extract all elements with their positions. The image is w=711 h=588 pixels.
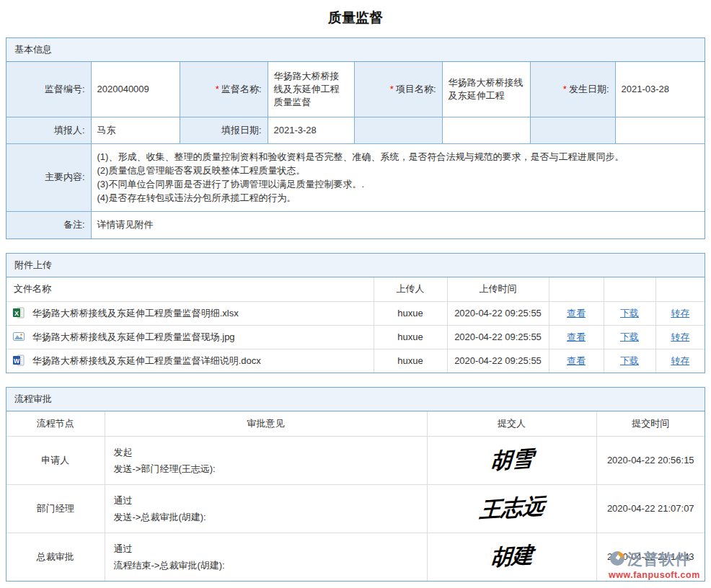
upload-time-cell: 2020-04-22 09:25:55 [447,301,549,325]
remark-label-text: 备注: [63,219,85,230]
file-name-header: 文件名称 [6,277,374,301]
supervise-name-label: *监督名称: [180,62,268,117]
download-action-cell: 下载 [604,325,655,349]
fill-date-value: 2021-3-28 [268,117,354,143]
download-action-cell: 下载 [604,349,655,373]
view-link[interactable]: 查看 [567,331,586,342]
view-action-cell: 查看 [549,349,604,373]
file-name-cell: X 华扬路大桥桥接线及东延伸工程质量监督明细.xlsx [6,301,374,325]
basic-info-section: 基本信息 监督编号: 2020040009 *监督名称: 华扬路大桥桥接线及东延… [6,37,705,239]
vendor-watermark: 泛普软件 www.fanpusoft.com [609,549,704,580]
main-content-line: (3)不同单位合同界面是否进行了协调管理以满足质量控制要求。. [97,177,699,191]
attachments-section: 附件上传 文件名称 上传人 上传时间 X 华扬路大桥桥接线及东延伸工程质量监督明… [6,253,705,373]
file-name-text[interactable]: 华扬路大桥桥接线及东延伸工程质量监督现场.jpg [32,331,235,342]
opinion-action-text: 发起 [114,444,418,460]
opinion-cell: 通过 发送->总裁审批(胡建): [105,484,427,533]
uploader-cell: huxue [374,325,447,349]
required-icon: * [563,84,567,94]
fill-date-label-text: 填报日期: [221,125,262,135]
vendor-brand-row: 泛普软件 [609,549,704,569]
file-name-cell: W 华扬路大桥桥接线及东延伸工程质量监督详细说明.docx [6,349,374,373]
attachments-section-title: 附件上传 [6,254,705,277]
opinion-cell: 发起 发送->部门经理(王志远): [105,436,427,484]
opinion-action-text: 通过 [114,540,418,557]
view-action-cell: 查看 [549,325,604,349]
approval-row: 申请人 发起 发送->部门经理(王志远): 胡雪 2020-04-22 20:5… [6,436,705,484]
main-content-line: (1)、形成、收集、整理的质量控制资料和验收资料是否完整、准确、系统，是否符合法… [97,150,699,164]
transfer-link[interactable]: 转存 [671,331,689,342]
opinion-action-text: 通过 [114,492,418,509]
supervise-no-label-text: 监督编号: [45,84,85,94]
required-icon: * [216,84,219,94]
main-content-line: (4)是否存在转包或违法分包所承揽工程的行为。 [97,191,699,205]
file-name-text[interactable]: 华扬路大桥桥接线及东延伸工程质量监督详细说明.docx [32,355,261,366]
filler-label-text: 填报人: [54,125,85,135]
opinion-route-text: 流程结束->总裁审批(胡建): [114,557,418,574]
actions-header-cell [604,277,655,301]
approval-header-row: 流程节点 审批意见 提交人 提交时间 [6,411,705,436]
download-link[interactable]: 下载 [620,308,639,318]
supervise-no-value: 2020040009 [91,62,180,117]
view-action-cell: 查看 [549,301,604,325]
fanpu-logo-icon [609,550,626,569]
transfer-action-cell: 转存 [655,325,705,349]
actions-header-cell [549,277,604,301]
transfer-link[interactable]: 转存 [671,308,689,318]
empty-value-cell [442,117,530,143]
attachment-row: W 华扬路大桥桥接线及东延伸工程质量监督详细说明.docx huxue 2020… [6,349,705,373]
empty-label-cell [354,117,442,143]
approval-row: 部门经理 通过 发送->总裁审批(胡建): 王志远 2020-04-22 21:… [6,484,705,533]
view-link[interactable]: 查看 [567,308,586,318]
download-link[interactable]: 下载 [620,331,639,342]
main-content-value: (1)、形成、收集、整理的质量控制资料和验收资料是否完整、准确、系统，是否符合法… [91,143,705,211]
approval-row: 总裁审批 通过 流程结束->总裁审批(胡建): 胡建 2020-04-22 21… [6,533,705,581]
empty-label-cell [530,117,615,143]
remark-row: 备注: 详情请见附件 [6,211,705,239]
required-icon: * [390,84,394,94]
filler-label: 填报人: [6,117,91,143]
download-link[interactable]: 下载 [620,355,639,366]
signature-image: 王志远 [478,491,545,526]
uploader-header: 上传人 [374,277,447,301]
remark-value: 详情请见附件 [91,211,705,239]
download-action-cell: 下载 [604,301,655,325]
view-link[interactable]: 查看 [567,355,586,366]
transfer-action-cell: 转存 [655,349,705,373]
word-file-icon: W [13,355,25,366]
svg-text:X: X [14,309,19,316]
main-content-row: 主要内容: (1)、形成、收集、整理的质量控制资料和验收资料是否完整、准确、系统… [6,143,705,211]
svg-text:W: W [14,357,20,364]
opinion-header: 审批意见 [105,411,427,436]
page-container: 质量监督 基本信息 监督编号: 2020040009 *监督名称: 华扬路大桥桥… [0,0,711,588]
opinion-cell: 通过 流程结束->总裁审批(胡建): [105,533,427,581]
signature-cell: 王志远 [427,484,596,533]
empty-value-cell [615,117,705,143]
opinion-route-text: 发送->部门经理(王志远): [114,460,418,477]
upload-time-header: 上传时间 [447,277,549,301]
uploader-cell: huxue [374,349,447,373]
upload-time-cell: 2020-04-22 09:25:55 [447,349,549,373]
opinion-route-text: 发送->总裁审批(胡建): [114,509,418,525]
page-title: 质量监督 [6,9,705,27]
occur-date-value: 2021-03-28 [615,62,705,117]
upload-time-cell: 2020-04-22 09:25:55 [447,325,549,349]
transfer-link[interactable]: 转存 [671,355,689,366]
attachments-table: 文件名称 上传人 上传时间 X 华扬路大桥桥接线及东延伸工程质量监督明细.xls… [6,277,705,373]
supervise-name-label-text: 监督名称: [221,84,262,94]
main-content-line: (2)质量信息管理能否客观反映整体工程质量状态。 [97,164,699,177]
signature-image: 胡建 [489,540,534,573]
approval-section: 流程审批 流程节点 审批意见 提交人 提交时间 申请人 发起 发送->部门经理(… [6,387,705,582]
filler-value: 马东 [91,117,180,143]
supervise-no-label: 监督编号: [6,62,91,117]
main-content-label: 主要内容: [6,143,91,211]
attachments-header-row: 文件名称 上传人 上传时间 [6,277,705,301]
node-header: 流程节点 [6,411,105,436]
transfer-action-cell: 转存 [655,301,705,325]
vendor-brand-text: 泛普软件 [627,549,691,569]
attachment-row: 华扬路大桥桥接线及东延伸工程质量监督现场.jpg huxue 2020-04-2… [6,325,705,349]
basic-info-row-2: 填报人: 马东 填报日期: 2021-3-28 [6,117,705,143]
signature-image: 胡雪 [489,444,534,476]
approval-table: 流程节点 审批意见 提交人 提交时间 申请人 发起 发送->部门经理(王志远):… [6,411,705,581]
signature-cell: 胡建 [427,533,596,581]
file-name-text[interactable]: 华扬路大桥桥接线及东延伸工程质量监督明细.xlsx [32,308,239,318]
